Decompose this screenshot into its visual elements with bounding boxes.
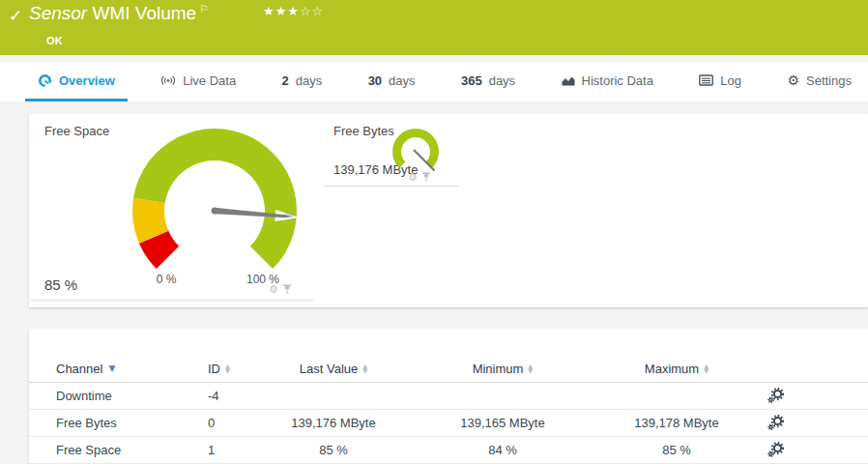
channel-name: Free Bytes	[56, 416, 208, 430]
table-row-downtime[interactable]: Downtime -4	[29, 383, 868, 410]
divider	[31, 300, 313, 301]
channel-id: -4	[208, 389, 261, 403]
tab-label: Overview	[59, 73, 115, 88]
tab-log[interactable]: Log	[686, 62, 754, 102]
channel-maximum: 85 %	[599, 443, 754, 457]
column-header-maximum[interactable]: Maximum ▲▼	[599, 362, 754, 376]
divider	[324, 186, 459, 187]
gauge-unit-label: %	[285, 210, 293, 219]
channel-maximum: 139,178 MByte	[599, 416, 754, 430]
status-check-icon: ✓	[9, 6, 22, 25]
sort-icon: ▲▼	[225, 364, 230, 374]
gauge-icon	[38, 73, 52, 88]
table-row-free-bytes[interactable]: Free Bytes 0 139,176 MByte 139,165 MByte…	[29, 410, 868, 437]
tab-label: Settings	[806, 73, 852, 88]
tab-label: Live Data	[183, 73, 236, 88]
flag-icon[interactable]: ⚐	[199, 3, 209, 15]
free-space-channel-title: Free Space	[44, 124, 109, 138]
tab-number: 2	[282, 73, 289, 88]
channel-table-panel: Channel ▼ ID ▲▼ Last Value ▲▼ Minimum ▲▼…	[29, 329, 868, 464]
channel-last-value: 139,176 MByte	[261, 416, 406, 430]
overview-gauges-panel: Free Space % 85 % 0 % 100 % ⚙ Free Byt	[29, 114, 868, 307]
channel-id: 1	[208, 443, 261, 457]
priority-stars[interactable]: ★★★☆☆	[263, 4, 324, 18]
tab-bar: Overview Live Data 2 days 30 days 365 da…	[0, 62, 868, 102]
tab-live-data[interactable]: Live Data	[148, 62, 248, 102]
free-bytes-channel-title: Free Bytes	[333, 124, 394, 138]
column-header-last-value[interactable]: Last Value ▲▼	[261, 362, 406, 376]
free-bytes-gauge-tools: ⚙	[408, 172, 431, 183]
channel-table: Channel ▼ ID ▲▼ Last Value ▲▼ Minimum ▲▼…	[29, 356, 868, 464]
channel-minimum: 84 %	[406, 443, 599, 457]
table-header-row: Channel ▼ ID ▲▼ Last Value ▲▼ Minimum ▲▼…	[29, 356, 868, 383]
channel-settings-gears-icon[interactable]	[767, 415, 784, 431]
tab-label: Historic Data	[582, 73, 653, 88]
sort-desc-icon: ▼	[108, 364, 115, 373]
tab-label: days	[389, 73, 415, 88]
channel-last-value: 85 %	[261, 443, 406, 457]
channel-settings-gears-icon[interactable]	[767, 442, 784, 458]
sensor-header: ✓ Sensor WMI Volume⚐ ★★★☆☆ OK	[0, 0, 868, 55]
channel-id: 0	[208, 416, 261, 430]
pin-icon[interactable]	[421, 172, 431, 183]
tab-settings[interactable]: ⚙ Settings	[774, 62, 864, 102]
live-data-icon	[160, 74, 176, 87]
free-space-last-value: 85 %	[44, 276, 77, 293]
gear-icon[interactable]: ⚙	[408, 172, 418, 183]
tab-365-days[interactable]: 365 days	[448, 62, 528, 102]
sensor-name: WMI Volume	[92, 3, 196, 23]
tab-label: Log	[720, 73, 741, 88]
channel-name: Free Space	[56, 443, 208, 457]
channel-name: Downtime	[56, 389, 208, 403]
tab-label: days	[489, 73, 515, 88]
tab-historic-data[interactable]: Historic Data	[549, 62, 666, 102]
tab-overview[interactable]: Overview	[25, 62, 128, 102]
column-header-id[interactable]: ID ▲▼	[208, 362, 261, 376]
sort-icon: ▲▼	[362, 364, 367, 374]
channel-settings-gears-icon[interactable]	[767, 388, 784, 404]
tab-number: 30	[368, 73, 382, 88]
pin-icon[interactable]	[282, 284, 292, 295]
sort-icon: ▲▼	[528, 364, 533, 374]
free-space-gauge-tools: ⚙	[269, 284, 292, 295]
status-badge: OK	[46, 35, 63, 46]
stars-filled: ★★★	[263, 4, 300, 18]
column-header-minimum[interactable]: Minimum ▲▼	[406, 362, 599, 376]
sensor-type-label: Sensor	[29, 3, 87, 23]
sort-icon: ▲▼	[704, 364, 709, 374]
tab-2-days[interactable]: 2 days	[270, 62, 335, 102]
gauge-axis-min-label: 0 %	[137, 273, 195, 286]
area-chart-icon	[562, 74, 575, 86]
gear-icon: ⚙	[787, 72, 799, 88]
gear-icon[interactable]: ⚙	[269, 284, 278, 295]
tab-number: 365	[461, 73, 482, 88]
log-list-icon	[699, 74, 713, 86]
tab-label: days	[296, 73, 322, 88]
column-header-channel[interactable]: Channel ▼	[56, 362, 208, 376]
channel-minimum: 139,165 MByte	[406, 416, 599, 430]
sensor-title: Sensor WMI Volume⚐	[29, 3, 209, 24]
stars-empty: ☆☆	[300, 4, 324, 18]
tab-30-days[interactable]: 30 days	[356, 62, 428, 102]
table-row-free-space[interactable]: Free Space 1 85 % 84 % 85 %	[29, 437, 868, 464]
